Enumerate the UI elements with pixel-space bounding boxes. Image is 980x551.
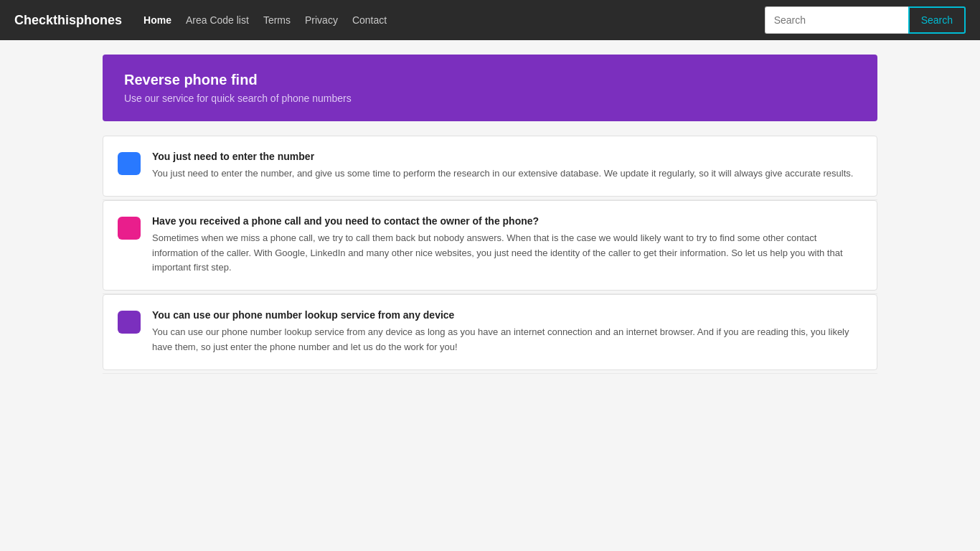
features-container: You just need to enter the number You ju… — [103, 136, 877, 374]
nav-home[interactable]: Home — [143, 14, 171, 26]
nav-area-code[interactable]: Area Code list — [186, 14, 249, 26]
site-brand[interactable]: Checkthisphones — [14, 13, 122, 28]
feature-icon-purple — [118, 311, 141, 334]
feature-card-2: Have you received a phone call and you n… — [103, 200, 877, 291]
feature-text-1: You just need to enter the number, and g… — [152, 166, 862, 182]
nav-links: Home Area Code list Terms Privacy Contac… — [143, 14, 765, 26]
feature-body-3: You can use our phone number lookup serv… — [152, 309, 862, 355]
main-content: Reverse phone find Use our service for q… — [88, 55, 892, 374]
feature-text-3: You can use our phone number lookup serv… — [152, 325, 862, 355]
nav-contact[interactable]: Contact — [352, 14, 387, 26]
nav-terms[interactable]: Terms — [263, 14, 291, 26]
feature-body-1: You just need to enter the number You ju… — [152, 151, 862, 182]
hero-subtitle: Use our service for quick search of phon… — [124, 93, 856, 104]
feature-icon-blue — [118, 152, 141, 175]
search-button[interactable]: Search — [908, 6, 966, 34]
hero-title: Reverse phone find — [124, 72, 856, 88]
hero-banner: Reverse phone find Use our service for q… — [103, 55, 877, 121]
feature-title-1: You just need to enter the number — [152, 151, 862, 162]
feature-title-2: Have you received a phone call and you n… — [152, 215, 862, 227]
navbar: Checkthisphones Home Area Code list Term… — [0, 0, 980, 40]
feature-icon-pink — [118, 217, 141, 240]
feature-body-2: Have you received a phone call and you n… — [152, 215, 862, 276]
search-area: Search — [765, 6, 966, 34]
nav-privacy[interactable]: Privacy — [305, 14, 338, 26]
feature-card-1: You just need to enter the number You ju… — [103, 136, 877, 197]
divider-3 — [103, 373, 877, 374]
feature-title-3: You can use our phone number lookup serv… — [152, 309, 862, 321]
feature-text-2: Sometimes when we miss a phone call, we … — [152, 231, 862, 276]
search-input[interactable] — [765, 6, 908, 34]
feature-card-3: You can use our phone number lookup serv… — [103, 294, 877, 370]
